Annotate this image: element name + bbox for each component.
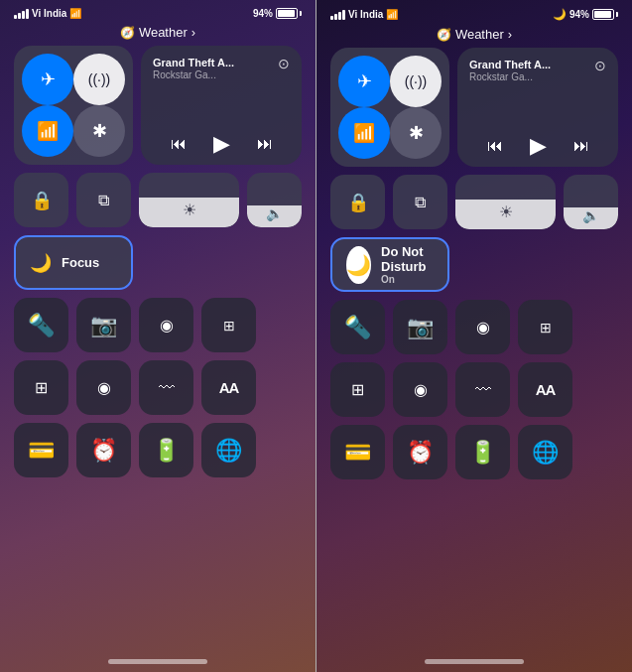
accessibility-btn[interactable]: 🌐 [201,423,256,477]
dnd-text-wrap: Do Not Disturb On [381,244,434,285]
left-icon-row1: 🔦 📷 ◉ ⊞ [14,298,302,352]
music-info: Grand Theft A... Rockstar Ga... [153,56,234,80]
right-hotspot-btn[interactable]: ((·)) [390,56,442,107]
right-qr2-btn[interactable]: ⊞ [518,300,572,354]
right-brightness-slider[interactable]: ☀ [455,175,556,229]
right-qr-btn[interactable]: ◉ [455,300,510,354]
battery-fill [278,10,295,17]
left-weather-arrow-icon: 🧭 [120,26,135,40]
left-focus-row: 🌙 Focus [14,235,302,290]
play-btn[interactable]: ▶ [213,131,230,157]
right-battery-percent: 94% [569,9,589,20]
focus-label: Focus [62,255,99,270]
left-weather-bar[interactable]: 🧭 Weather › [0,23,316,46]
music-top: Grand Theft A... Rockstar Ga... ⊙ [153,56,290,80]
camera-btn[interactable]: 📷 [76,298,131,352]
right-battery-icon [592,9,618,20]
right-weather-bar[interactable]: 🧭 Weather › [316,25,632,48]
qr-btn[interactable]: ◉ [139,298,193,352]
connectivity-grid: ✈ ((·)) 📶 ✱ [14,46,133,165]
right-moon-status: 🌙 [553,8,567,21]
shazam-btn[interactable]: ◉ [76,360,131,415]
bar2 [18,13,21,19]
battery-btn[interactable]: 🔋 [139,423,193,477]
right-prev-btn[interactable]: ⏮ [487,137,503,155]
right-camera-btn[interactable]: 📷 [393,300,447,354]
right-battery: 🌙 94% [553,8,618,21]
music-subtitle: Rockstar Ga... [153,69,234,80]
left-weather-chevron: › [191,25,195,40]
next-btn[interactable]: ⏭ [257,135,273,153]
hotspot-btn[interactable]: ((·)) [73,54,125,105]
left-signal: Vi India 📶 [14,8,81,19]
music-controls: ⏮ ▶ ⏭ [153,131,290,157]
dnd-focus-btn[interactable]: 🌙 Do Not Disturb On [330,237,449,292]
right-weather-arrow-icon: 🧭 [437,28,451,42]
right-voice-btn[interactable]: 〰 [455,362,510,417]
right-volume-icon: 🔈 [582,207,599,223]
prev-btn[interactable]: ⏮ [171,135,187,153]
right-wifi-icon: 📶 [386,9,398,20]
right-home-indicator [425,659,524,664]
right-battery-tip [616,12,618,17]
carrier-label: Vi India [32,8,66,19]
dnd-sublabel: On [381,274,434,285]
voice-btn[interactable]: 〰 [139,360,193,415]
right-music-controls: ⏮ ▶ ⏭ [469,133,606,159]
right-weather-chevron: › [508,27,512,42]
volume-slider[interactable]: 🔈 [247,173,302,227]
rbar4 [342,10,345,20]
clock-btn[interactable]: ⏰ [76,423,131,477]
rbar2 [334,14,337,20]
right-music-info: Grand Theft A... Rockstar Ga... [469,58,551,82]
airplane-mode-btn[interactable]: ✈ [22,54,73,105]
battery-icon [276,8,302,19]
right-shazam-btn[interactable]: ◉ [393,362,447,417]
brightness-slider[interactable]: ☀ [139,173,239,227]
battery-tip [300,11,302,16]
left-icon-row3: 💳 ⏰ 🔋 🌐 [14,423,302,477]
rotation-lock-btn[interactable]: 🔒 [14,173,68,227]
left-row1: ✈ ((·)) 📶 ✱ Grand Theft A... Rockstar Ga… [14,46,302,165]
calculator-btn[interactable]: ⊞ [14,360,68,415]
wallet-btn[interactable]: 💳 [14,423,68,477]
right-battery-btn[interactable]: 🔋 [455,425,510,479]
qr2-btn[interactable]: ⊞ [201,298,256,352]
wifi-btn[interactable]: 📶 [22,105,73,157]
right-airplay-icon[interactable]: ⊙ [594,58,606,73]
right-next-btn[interactable]: ⏭ [573,137,589,155]
right-signal: Vi India 📶 [330,9,398,20]
right-rotation-lock-btn[interactable]: 🔒 [330,175,385,229]
right-battery-body [592,9,614,20]
focus-moon-icon: 🌙 [30,252,52,274]
left-panel: Vi India 📶 94% 🧭 Weather › ✈ ((·)) 📶 ✱ [0,0,316,672]
right-flashlight-btn[interactable]: 🔦 [330,300,385,354]
right-clock-btn[interactable]: ⏰ [393,425,447,479]
right-airplane-mode-btn[interactable]: ✈ [338,56,390,107]
rbar1 [330,16,333,20]
focus-btn[interactable]: 🌙 Focus [14,235,133,290]
screen-mirror-btn[interactable]: ⧉ [76,173,131,227]
right-accessibility-btn[interactable]: 🌐 [518,425,572,479]
right-volume-slider[interactable]: 🔈 [564,175,618,229]
rbar3 [338,12,341,20]
battery-body [276,8,298,19]
right-signal-bars-icon [330,10,345,20]
bar4 [26,9,29,19]
right-screen-mirror-btn[interactable]: ⧉ [393,175,447,229]
airplay-icon[interactable]: ⊙ [278,56,290,71]
music-title: Grand Theft A... [153,56,234,69]
right-text-size-btn[interactable]: AA [518,362,572,417]
brightness-icon: ☀ [183,201,196,219]
text-size-btn[interactable]: AA [201,360,256,415]
right-wifi-btn[interactable]: 📶 [338,107,390,159]
flashlight-btn[interactable]: 🔦 [14,298,68,352]
bar3 [22,11,25,19]
right-bluetooth-btn[interactable]: ✱ [390,107,442,159]
right-wallet-btn[interactable]: 💳 [330,425,385,479]
volume-icon: 🔈 [266,205,283,221]
right-play-btn[interactable]: ▶ [530,133,547,159]
right-calculator-btn[interactable]: ⊞ [330,362,385,417]
bluetooth-btn[interactable]: ✱ [73,105,125,157]
right-music-subtitle: Rockstar Ga... [469,71,551,82]
